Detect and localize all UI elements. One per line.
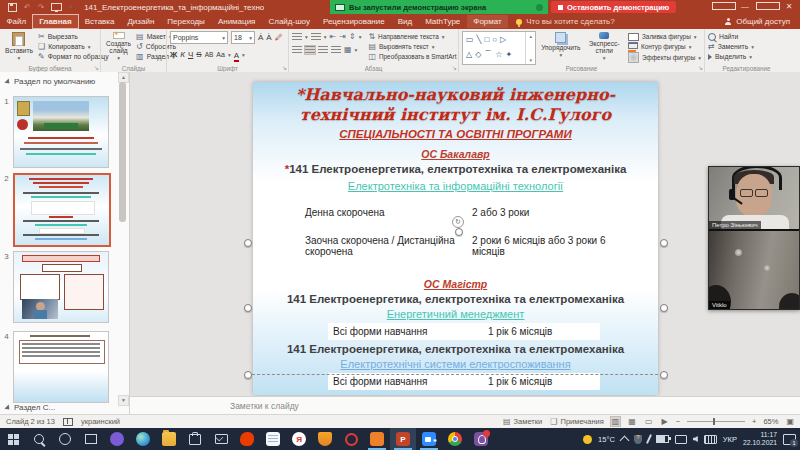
tab-design[interactable]: Дизайн bbox=[121, 15, 161, 28]
underline-button[interactable]: Ч bbox=[188, 50, 193, 60]
slide-subtitle[interactable]: СПЕЦІАЛЬНОСТІ ТА ОСВІТНІ ПРОГРАМИ bbox=[253, 128, 658, 140]
app-opera[interactable] bbox=[338, 428, 364, 450]
comments-toggle-button[interactable]: ❑ Примечания bbox=[549, 417, 604, 426]
app-office[interactable] bbox=[234, 428, 260, 450]
notes-toggle-button[interactable]: ▤ Заметки bbox=[502, 417, 542, 426]
program-electro-it[interactable]: Електротехніка та інформаційні технологі… bbox=[253, 180, 658, 192]
select-button[interactable]: Выделить▾ bbox=[708, 52, 754, 62]
paste-button[interactable]: Вставить ▾ bbox=[3, 31, 35, 63]
video-tile-participant-2[interactable]: Vitklo bbox=[709, 231, 799, 309]
notes-pane[interactable]: Заметки к слайду bbox=[130, 396, 800, 414]
app-powerpoint[interactable]: P bbox=[390, 428, 416, 450]
stop-sharing-button[interactable]: Остановить демонстрацию bbox=[551, 1, 676, 13]
shapes-scroll[interactable]: ▴▾ bbox=[525, 32, 535, 64]
undo-icon[interactable]: ↶ bbox=[24, 3, 31, 12]
paragraph-dialog-launcher[interactable]: ↘ bbox=[452, 64, 457, 71]
increase-indent-icon[interactable]: ⇥ bbox=[339, 32, 346, 41]
show-hidden-icons-chevron[interactable] bbox=[619, 436, 629, 446]
shape-fill-button[interactable]: Заливка фигуры▾ bbox=[628, 32, 701, 42]
start-slideshow-icon[interactable] bbox=[51, 3, 62, 11]
shape-outline-button[interactable]: Контур фигуры▾ bbox=[628, 42, 701, 52]
app-chrome[interactable] bbox=[442, 428, 468, 450]
task-view-button[interactable] bbox=[78, 428, 104, 450]
drawing-dialog-launcher[interactable]: ↘ bbox=[698, 64, 703, 71]
italic-button[interactable]: К bbox=[180, 50, 185, 60]
app-yandex[interactable]: Я bbox=[286, 428, 312, 450]
bachelor-heading[interactable]: ОС Бакалавр bbox=[253, 148, 658, 160]
start-button[interactable] bbox=[0, 428, 26, 450]
shape-effects-button[interactable]: Эффекты фигуры▾ bbox=[628, 52, 701, 63]
rotate-handle-icon[interactable]: ↻ bbox=[452, 216, 464, 228]
align-right-icon[interactable] bbox=[318, 46, 328, 54]
bold-button[interactable]: Ж bbox=[170, 50, 177, 60]
zoom-slider[interactable] bbox=[687, 421, 745, 422]
arrange-button[interactable]: Упорядочить▾ bbox=[539, 31, 582, 63]
save-icon[interactable] bbox=[8, 3, 17, 12]
app-viber[interactable] bbox=[468, 428, 494, 450]
app-store[interactable] bbox=[182, 428, 208, 450]
reading-view-button[interactable]: ▭ bbox=[644, 417, 654, 426]
weather-sun-icon[interactable] bbox=[583, 435, 592, 444]
keyboard-language[interactable]: УКР bbox=[723, 435, 737, 444]
scrollbar-thumb[interactable] bbox=[119, 82, 126, 222]
redo-icon[interactable]: ↷ bbox=[38, 3, 45, 12]
resize-handle-left-1[interactable] bbox=[244, 239, 252, 247]
decrease-indent-icon[interactable]: ⇤ bbox=[330, 32, 337, 41]
tab-transitions[interactable]: Переходы bbox=[161, 15, 212, 28]
replace-button[interactable]: ⇄Заменить▾ bbox=[708, 42, 754, 52]
tab-review[interactable]: Рецензирование bbox=[316, 15, 391, 28]
app-edge[interactable] bbox=[130, 428, 156, 450]
master-forms-table-1[interactable]: Всі форми навчання 1 рік 6 місяців bbox=[328, 323, 600, 340]
tab-slideshow[interactable]: Слайд-шоу bbox=[262, 15, 316, 28]
text-direction-button[interactable]: ⇅Направление текста▾ bbox=[368, 32, 456, 42]
align-left-icon[interactable] bbox=[292, 46, 302, 54]
slide-thumbnail-4[interactable] bbox=[13, 331, 109, 403]
taskbar-search-button[interactable] bbox=[26, 428, 52, 450]
font-size-box[interactable]: 18▾ bbox=[231, 31, 255, 44]
restore-button[interactable] bbox=[756, 0, 778, 14]
tab-format[interactable]: Формат bbox=[467, 15, 508, 28]
font-color-button[interactable]: А bbox=[234, 51, 239, 60]
app-screenshare[interactable] bbox=[364, 428, 390, 450]
specialty-141-bachelor[interactable]: *141 Електроенергетика, електротехніка т… bbox=[253, 163, 658, 175]
minimize-button[interactable]: — bbox=[734, 0, 756, 14]
temperature-label[interactable]: 15°C bbox=[598, 435, 615, 444]
resize-handle-right-2[interactable] bbox=[660, 304, 668, 312]
app-mail[interactable] bbox=[208, 428, 234, 450]
change-case-button[interactable]: Аа bbox=[216, 50, 225, 60]
line-spacing-icon[interactable]: ⇕ bbox=[349, 32, 356, 41]
resize-handle-right-3[interactable] bbox=[660, 371, 668, 379]
clipboard-dialog-launcher[interactable]: ↘ bbox=[94, 64, 99, 71]
align-text-button[interactable]: ▤Выровнять текст▾ bbox=[368, 42, 456, 52]
strikethrough-button[interactable]: S bbox=[196, 50, 201, 60]
tab-home[interactable]: Главная bbox=[33, 15, 79, 28]
tab-animations[interactable]: Анимация bbox=[211, 15, 262, 28]
app-word[interactable] bbox=[260, 428, 286, 450]
quick-styles-button[interactable]: Экспресс-стили▾ bbox=[585, 31, 623, 63]
fit-slide-button[interactable]: ▣ bbox=[785, 417, 795, 426]
app-file-explorer[interactable] bbox=[156, 428, 182, 450]
slide-title-line1[interactable]: *Навчально-науковий інженерно- bbox=[253, 85, 658, 104]
master-forms-table-2[interactable]: Всі форми навчання 1 рік 6 місяців bbox=[328, 373, 600, 390]
pen-icon[interactable] bbox=[646, 434, 652, 444]
program-energy-management[interactable]: Енергетичний менеджмент bbox=[253, 308, 658, 320]
align-center-icon[interactable] bbox=[305, 46, 315, 54]
master-heading[interactable]: ОС Магістр bbox=[253, 278, 658, 290]
tab-insert[interactable]: Вставка bbox=[78, 15, 121, 28]
action-center-icon[interactable]: 1 bbox=[783, 434, 796, 445]
speaker-icon[interactable] bbox=[693, 436, 698, 442]
find-button[interactable]: Найти bbox=[708, 32, 754, 42]
tab-file[interactable]: Файл bbox=[0, 15, 33, 28]
network-icon[interactable] bbox=[675, 435, 687, 444]
slide-canvas[interactable]: *Навчально-науковий інженерно- технічний… bbox=[253, 82, 658, 395]
bullets-icon[interactable] bbox=[292, 33, 302, 41]
app-zoom[interactable] bbox=[416, 428, 442, 450]
program-electro-systems[interactable]: Електротехнічні системи електроспоживанн… bbox=[253, 358, 658, 370]
resize-handle-left-3[interactable] bbox=[244, 371, 252, 379]
justify-icon[interactable] bbox=[331, 46, 341, 54]
zoom-percentage[interactable]: 65% bbox=[763, 417, 778, 426]
qat-dropdown-icon[interactable]: ▾ bbox=[69, 4, 72, 10]
slide-thumbnail-3[interactable] bbox=[13, 251, 109, 323]
battery-icon[interactable] bbox=[656, 435, 669, 443]
close-button[interactable]: ✕ bbox=[778, 0, 800, 14]
